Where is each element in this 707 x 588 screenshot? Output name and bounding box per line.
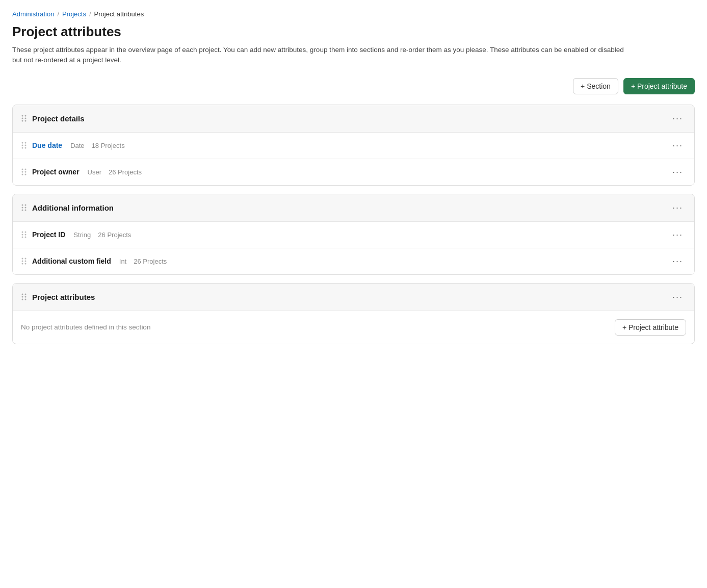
attribute-row-due-date: Due dateDate18 Projects··· — [13, 133, 694, 159]
section-more-button-project-details[interactable]: ··· — [669, 112, 686, 125]
svg-point-16 — [22, 174, 23, 175]
attribute-type-project-owner: User — [88, 168, 101, 176]
toolbar: + Section + Project attribute — [12, 78, 695, 94]
svg-point-27 — [25, 234, 27, 236]
breadcrumb-administration[interactable]: Administration — [12, 10, 54, 18]
svg-point-4 — [22, 120, 23, 122]
svg-point-30 — [22, 258, 23, 260]
section-title-additional-information: Additional information — [32, 203, 114, 212]
empty-section-text-project-attributes-section: No project attributes defined in this se… — [21, 323, 150, 331]
svg-point-20 — [22, 207, 23, 209]
svg-point-11 — [25, 147, 27, 149]
section-title-project-details: Project details — [32, 114, 85, 123]
attribute-row-project-id: Project IDString26 Projects··· — [13, 222, 694, 248]
attribute-more-button-project-id[interactable]: ··· — [669, 228, 686, 241]
svg-point-12 — [22, 169, 23, 170]
attribute-count-due-date: 18 Projects — [92, 142, 125, 149]
attribute-row-additional-custom-field: Additional custom fieldInt26 Projects··· — [13, 248, 694, 274]
page-description: These project attributes appear in the o… — [12, 45, 624, 66]
svg-point-36 — [22, 294, 23, 295]
drag-handle-project-details[interactable] — [21, 114, 27, 122]
svg-point-17 — [25, 174, 27, 175]
svg-point-37 — [25, 294, 27, 295]
drag-handle-additional-information[interactable] — [21, 203, 27, 212]
attribute-name-project-owner: Project owner — [32, 168, 80, 176]
svg-point-10 — [22, 147, 23, 149]
section-card-project-details: Project details··· Due dateDate18 Projec… — [12, 105, 695, 186]
svg-point-22 — [22, 210, 23, 211]
svg-point-1 — [25, 115, 27, 117]
svg-point-28 — [22, 237, 23, 238]
sections-container: Project details··· Due dateDate18 Projec… — [12, 105, 695, 344]
svg-point-7 — [25, 142, 27, 144]
empty-section-project-attributes-section: No project attributes defined in this se… — [13, 311, 694, 344]
drag-handle-attr-project-owner[interactable] — [21, 168, 27, 176]
svg-point-21 — [25, 207, 27, 209]
breadcrumb: Administration / Projects / Project attr… — [12, 10, 695, 18]
svg-point-31 — [25, 258, 27, 260]
svg-point-2 — [22, 118, 23, 119]
drag-handle-project-attributes-section[interactable] — [21, 293, 27, 301]
attribute-row-project-owner: Project ownerUser26 Projects··· — [13, 159, 694, 185]
section-card-project-attributes-section: Project attributes···No project attribut… — [12, 283, 695, 344]
attribute-type-project-id: String — [73, 231, 91, 239]
breadcrumb-projects[interactable]: Projects — [62, 10, 86, 18]
svg-point-18 — [22, 204, 23, 206]
section-more-button-project-attributes-section[interactable]: ··· — [669, 291, 686, 303]
add-project-attribute-button[interactable]: + Project attribute — [623, 78, 695, 94]
svg-point-15 — [25, 171, 27, 173]
add-section-button[interactable]: + Section — [573, 78, 618, 94]
svg-point-24 — [22, 232, 23, 233]
page-title: Project attributes — [12, 24, 695, 40]
svg-point-41 — [25, 299, 27, 300]
drag-handle-attr-additional-custom-field[interactable] — [21, 257, 27, 265]
attribute-more-button-additional-custom-field[interactable]: ··· — [669, 255, 686, 268]
attribute-count-project-owner: 26 Projects — [109, 168, 142, 176]
svg-point-32 — [22, 261, 23, 262]
breadcrumb-current: Project attributes — [94, 10, 144, 18]
svg-point-3 — [25, 118, 27, 119]
section-card-additional-information: Additional information··· Project IDStri… — [12, 194, 695, 275]
empty-section-add-button-project-attributes-section[interactable]: + Project attribute — [615, 319, 686, 336]
section-header-project-attributes-section: Project attributes··· — [13, 284, 694, 311]
drag-handle-attr-due-date[interactable] — [21, 141, 27, 149]
svg-point-5 — [25, 120, 27, 122]
attribute-type-additional-custom-field: Int — [119, 258, 126, 265]
svg-point-23 — [25, 210, 27, 211]
svg-point-0 — [22, 115, 23, 117]
attribute-name-due-date[interactable]: Due date — [32, 141, 62, 149]
section-title-project-attributes-section: Project attributes — [32, 293, 95, 301]
svg-point-34 — [22, 263, 23, 265]
svg-point-39 — [25, 296, 27, 298]
svg-point-6 — [22, 142, 23, 144]
attribute-more-button-due-date[interactable]: ··· — [669, 139, 686, 152]
svg-point-13 — [25, 169, 27, 170]
breadcrumb-sep-2: / — [89, 10, 91, 18]
attribute-type-due-date: Date — [70, 142, 84, 149]
svg-point-9 — [25, 145, 27, 146]
attribute-name-additional-custom-field: Additional custom field — [32, 257, 111, 265]
svg-point-8 — [22, 145, 23, 146]
breadcrumb-sep-1: / — [57, 10, 59, 18]
drag-handle-attr-project-id[interactable] — [21, 231, 27, 239]
section-header-additional-information: Additional information··· — [13, 194, 694, 222]
attribute-count-additional-custom-field: 26 Projects — [134, 258, 167, 265]
section-more-button-additional-information[interactable]: ··· — [669, 201, 686, 214]
attribute-more-button-project-owner[interactable]: ··· — [669, 166, 686, 178]
svg-point-26 — [22, 234, 23, 236]
attribute-name-project-id: Project ID — [32, 231, 65, 239]
attribute-count-project-id: 26 Projects — [98, 231, 131, 239]
svg-point-33 — [25, 261, 27, 262]
svg-point-35 — [25, 263, 27, 265]
svg-point-38 — [22, 296, 23, 298]
svg-point-19 — [25, 204, 27, 206]
svg-point-25 — [25, 232, 27, 233]
svg-point-40 — [22, 299, 23, 300]
section-header-project-details: Project details··· — [13, 105, 694, 133]
svg-point-29 — [25, 237, 27, 238]
svg-point-14 — [22, 171, 23, 173]
